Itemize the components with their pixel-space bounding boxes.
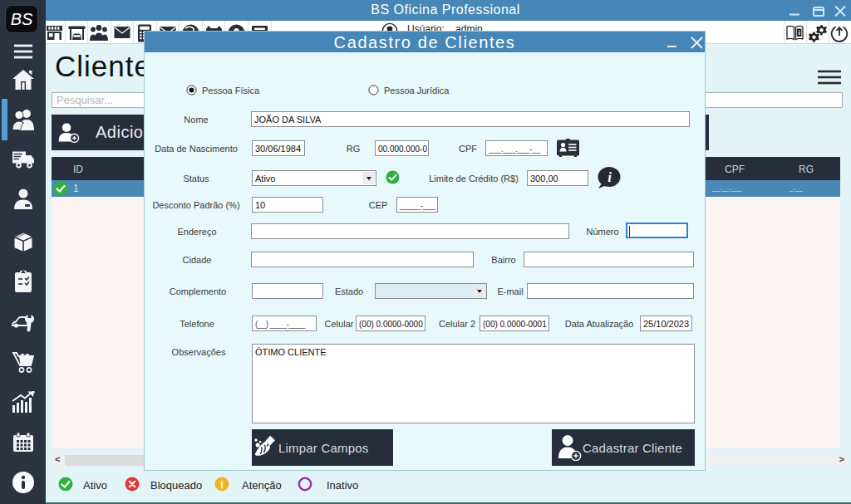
svg-text:i: i [220, 479, 223, 491]
svg-text:i: i [608, 169, 612, 185]
